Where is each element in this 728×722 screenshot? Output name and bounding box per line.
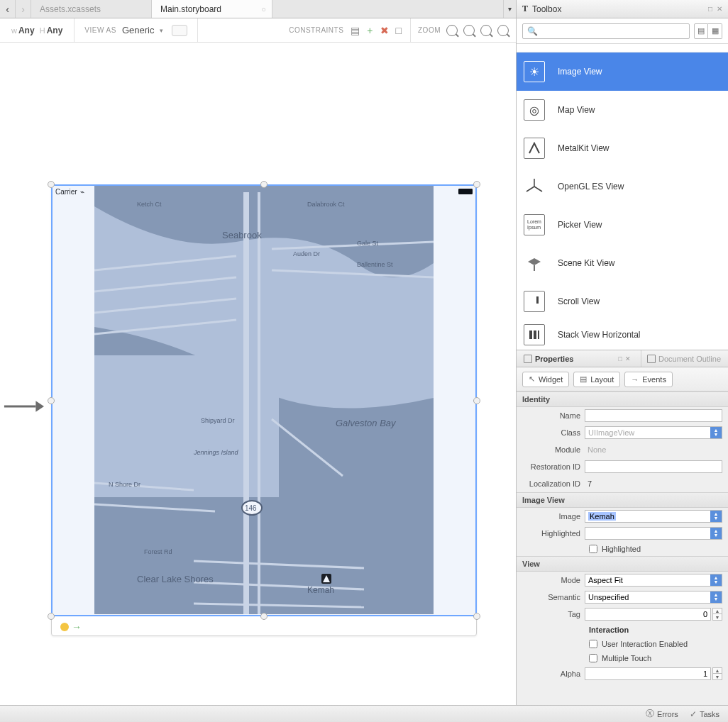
prop-label: Name bbox=[522, 411, 585, 420]
toolbox-item-scenekit-view[interactable]: Scene Kit View bbox=[517, 244, 728, 282]
toolbox-item-stack-view-h[interactable]: Stack View Horizontal bbox=[517, 321, 728, 349]
zoom-out-icon[interactable] bbox=[463, 25, 475, 36]
toolbox-item-label: MetalKit View bbox=[558, 143, 609, 153]
detach-icon[interactable]: □ bbox=[708, 5, 712, 13]
chevron-updown-icon[interactable]: ▲▼ bbox=[710, 511, 722, 522]
toolbox-item-opengl-view[interactable]: OpenGL ES View bbox=[517, 167, 728, 206]
toolbox-item-label: Image View bbox=[558, 67, 602, 77]
toolbox-item-label: Map View bbox=[558, 105, 595, 115]
zoom-fit-icon[interactable] bbox=[446, 25, 458, 36]
resize-handle-tr[interactable] bbox=[473, 181, 480, 188]
tag-stepper[interactable]: ▲▼ bbox=[712, 608, 722, 621]
resize-handle-ml[interactable] bbox=[48, 397, 55, 404]
toolbox-item-metalkit-view[interactable]: MetalKit View bbox=[517, 129, 728, 167]
svg-rect-5 bbox=[258, 192, 260, 614]
map-label: Gale St bbox=[357, 240, 379, 247]
subtab-layout[interactable]: ▤ Layout bbox=[573, 372, 620, 387]
svg-line-23 bbox=[526, 187, 534, 191]
toolbox-item-label: OpenGL ES View bbox=[558, 182, 624, 191]
subtab-events[interactable]: → Events bbox=[624, 372, 673, 387]
toolbox-spacer bbox=[517, 44, 728, 52]
status-errors[interactable]: Ⓧ Errors bbox=[646, 708, 678, 720]
pad-tab-document-outline[interactable]: Document Outline bbox=[641, 350, 724, 367]
svg-marker-1 bbox=[35, 401, 44, 411]
constraints-pin-icon[interactable]: ▤ bbox=[351, 25, 360, 36]
close-icon[interactable]: ✕ bbox=[625, 355, 631, 362]
close-icon[interactable]: ✕ bbox=[717, 5, 722, 13]
stepper-up-icon[interactable]: ▲ bbox=[713, 668, 722, 674]
view-as-selector[interactable]: VIEW AS Generic ▾ bbox=[75, 18, 198, 42]
detach-icon[interactable]: □ bbox=[619, 355, 622, 362]
device-scene-frame[interactable]: Carrier ⌁ bbox=[51, 184, 477, 636]
prop-image-combo[interactable]: Kemah ▲▼ bbox=[585, 510, 722, 523]
chevron-updown-icon[interactable]: ▲▼ bbox=[710, 592, 722, 603]
toolbox-view-list[interactable]: ▤ bbox=[694, 23, 708, 39]
pad-tab-properties[interactable]: Properties bbox=[521, 350, 576, 367]
check-icon: ✓ bbox=[690, 709, 697, 719]
prop-label: Restoration ID bbox=[522, 462, 585, 471]
prop-name-input[interactable] bbox=[585, 409, 722, 422]
toolbox-view-grid[interactable]: ▦ bbox=[708, 23, 722, 39]
prop-alpha: Alpha ▲▼ bbox=[517, 665, 728, 682]
chevron-updown-icon[interactable]: ▲▼ bbox=[710, 528, 722, 539]
checkbox-label: Multiple Touch bbox=[602, 654, 651, 662]
chevron-updown-icon[interactable]: ▲▼ bbox=[710, 574, 722, 586]
alpha-stepper[interactable]: ▲▼ bbox=[712, 667, 722, 680]
toolbox-search-input[interactable]: 🔍 bbox=[522, 23, 690, 39]
zoom-in-icon[interactable] bbox=[480, 25, 492, 36]
prop-class-combo[interactable]: UIImageView ▲▼ bbox=[585, 426, 722, 439]
properties-icon bbox=[524, 355, 532, 363]
constraints-frame-icon[interactable]: □ bbox=[396, 25, 402, 36]
resize-handle-mr[interactable] bbox=[473, 397, 480, 404]
tab-assets[interactable]: Assets.xcassets bbox=[31, 0, 152, 18]
stepper-down-icon[interactable]: ▼ bbox=[713, 614, 722, 620]
prop-localization-value: 7 bbox=[585, 479, 592, 488]
prop-tag-input[interactable] bbox=[585, 608, 711, 621]
prop-restoration-input[interactable] bbox=[585, 460, 722, 473]
toolbox-list[interactable]: ☀ Image View ◎ Map View MetalKit View Op… bbox=[517, 44, 728, 350]
user-interaction-checkbox[interactable] bbox=[589, 640, 597, 648]
size-class-selector[interactable]: w Any H Any bbox=[0, 18, 75, 42]
events-icon: → bbox=[631, 375, 639, 384]
constraints-remove-icon[interactable]: ✖ bbox=[380, 25, 389, 36]
stepper-down-icon[interactable]: ▼ bbox=[713, 674, 722, 679]
map-route-shield: 146 bbox=[245, 504, 257, 512]
highlighted-checkbox[interactable] bbox=[589, 545, 597, 553]
properties-panel: Properties □ ✕ Document Outline ↖ Widget bbox=[517, 350, 728, 705]
zoom-actual-icon[interactable] bbox=[497, 25, 509, 36]
map-pin-icon: ◎ bbox=[524, 99, 545, 121]
multiple-touch-checkbox[interactable] bbox=[589, 654, 597, 662]
storyboard-canvas[interactable]: Carrier ⌁ bbox=[0, 43, 516, 705]
prop-semantic-combo[interactable]: Unspecified ▲▼ bbox=[585, 591, 722, 604]
resize-handle-tl[interactable] bbox=[48, 181, 55, 188]
chevron-updown-icon[interactable]: ▲▼ bbox=[710, 427, 722, 438]
toolbox-item-map-view[interactable]: ◎ Map View bbox=[517, 91, 728, 129]
prop-highlighted-combo[interactable]: ▲▼ bbox=[585, 527, 722, 540]
tab-storyboard[interactable]: Main.storyboard ○ bbox=[152, 0, 272, 18]
toolbox-item-picker-view[interactable]: LoremIpsum Picker View bbox=[517, 206, 728, 244]
size-h-val: Any bbox=[47, 26, 63, 35]
combo-value: Kemah bbox=[588, 512, 616, 521]
close-icon[interactable]: ○ bbox=[261, 5, 266, 13]
subtab-widget[interactable]: ↖ Widget bbox=[522, 372, 569, 387]
status-tasks[interactable]: ✓ Tasks bbox=[690, 709, 719, 719]
properties-scroll[interactable]: Identity Name Class UIImageView ▲▼ Modul… bbox=[517, 391, 728, 705]
prop-mode-combo[interactable]: Aspect Fit ▲▼ bbox=[585, 574, 722, 587]
zoom-label: ZOOM bbox=[418, 26, 441, 34]
map-label: Clear Lake Shores bbox=[137, 574, 214, 584]
tab-nav-back[interactable]: ‹ bbox=[0, 0, 16, 18]
toolbox-item-image-view[interactable]: ☀ Image View bbox=[517, 52, 728, 91]
resize-handle-tc[interactable] bbox=[260, 181, 268, 188]
checkbox-label: User Interaction Enabled bbox=[602, 640, 688, 648]
tab-overflow-menu[interactable]: ▾ bbox=[503, 0, 516, 18]
stepper-up-icon[interactable]: ▲ bbox=[713, 609, 722, 614]
resize-handle-bc[interactable] bbox=[260, 613, 268, 620]
resize-handle-bl[interactable] bbox=[48, 613, 55, 620]
prop-alpha-input[interactable] bbox=[585, 667, 711, 680]
constraints-add-icon[interactable]: + bbox=[367, 25, 373, 36]
toolbox-item-scroll-view[interactable]: Scroll View bbox=[517, 282, 728, 321]
status-bar: Ⓧ Errors ✓ Tasks bbox=[0, 705, 728, 722]
prop-mode: Mode Aspect Fit ▲▼ bbox=[517, 572, 728, 589]
orientation-icon[interactable] bbox=[172, 25, 187, 36]
resize-handle-br[interactable] bbox=[473, 613, 480, 620]
